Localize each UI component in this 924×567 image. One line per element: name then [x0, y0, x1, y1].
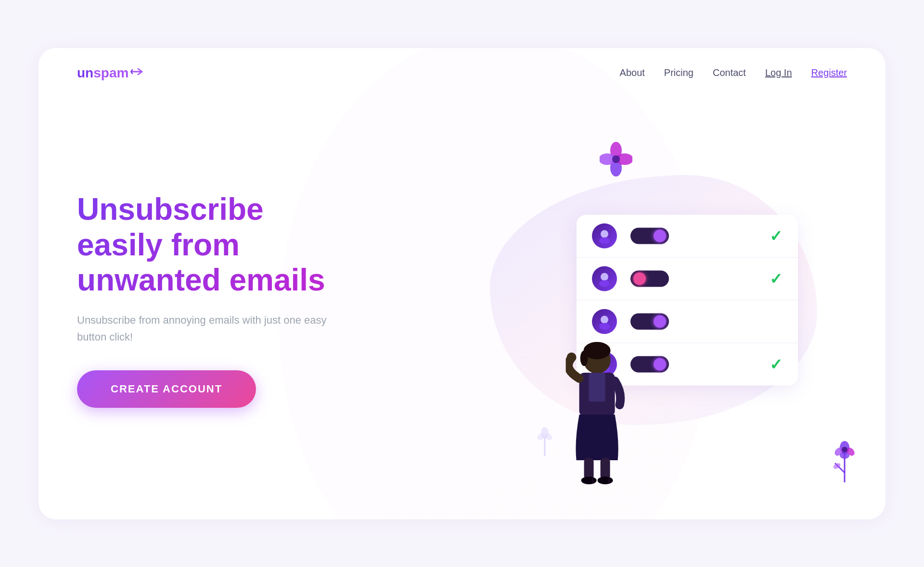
checkmark-2: ✓	[770, 271, 783, 286]
logo: unspam	[77, 65, 144, 81]
hero-subtitle: Unsubscribe from annoying emails with ju…	[77, 312, 327, 345]
hero-left-content: Unsubscribe easily from unwanted emails …	[77, 192, 327, 408]
svg-rect-21	[589, 373, 605, 402]
toggle-2[interactable]	[630, 270, 669, 287]
svg-point-35	[842, 447, 847, 453]
svg-point-9	[601, 230, 608, 238]
nav-links: About Pricing Contact Log In Register	[620, 67, 847, 78]
toggle-4[interactable]	[630, 356, 669, 372]
logo-text: unspam	[77, 65, 128, 81]
hero-title: Unsubscribe easily from unwanted emails	[77, 192, 327, 298]
nav-login[interactable]: Log In	[765, 67, 792, 78]
svg-rect-28	[608, 478, 610, 484]
checkmark-1: ✓	[770, 228, 783, 243]
panel-row-3: ✓	[577, 300, 798, 343]
flower-top-icon	[600, 142, 632, 178]
svg-point-25	[581, 477, 597, 484]
nav-contact[interactable]: Contact	[713, 67, 746, 78]
toggle-3[interactable]	[630, 313, 669, 329]
svg-point-13	[601, 315, 608, 323]
panel-row-1: ✓	[577, 214, 798, 257]
create-account-button[interactable]: CREATE ACCOUNT	[77, 370, 256, 408]
logo-un: un	[77, 65, 93, 80]
svg-point-12	[599, 280, 610, 287]
svg-point-34	[840, 452, 849, 459]
svg-point-26	[598, 477, 613, 484]
avatar-2	[592, 266, 617, 291]
nav-about[interactable]: About	[620, 67, 645, 78]
svg-point-4	[612, 155, 620, 163]
svg-point-22	[567, 353, 577, 362]
nav-pricing[interactable]: Pricing	[664, 67, 693, 78]
svg-point-11	[601, 273, 608, 280]
navbar: unspam About Pricing Contact Log In Regi…	[38, 48, 886, 81]
checkmark-4: ✓	[770, 356, 783, 372]
panel-row-2: ✓	[577, 257, 798, 300]
flower-bottom-left-icon	[536, 427, 553, 458]
avatar-3	[592, 309, 617, 334]
logo-spam: spam	[93, 65, 128, 80]
page-wrapper: unspam About Pricing Contact Log In Regi…	[0, 0, 924, 567]
logo-arrow-icon	[130, 67, 144, 78]
person-figure	[566, 340, 629, 484]
nav-register[interactable]: Register	[811, 67, 847, 78]
main-card: unspam About Pricing Contact Log In Regi…	[38, 48, 886, 519]
hero-illustration: ✓ ✓	[356, 81, 886, 519]
flower-bottom-right-icon	[830, 439, 859, 484]
toggle-1[interactable]	[630, 227, 669, 244]
svg-point-19	[580, 351, 588, 366]
svg-point-14	[599, 323, 610, 329]
svg-rect-27	[592, 478, 594, 484]
avatar-1	[592, 223, 617, 248]
svg-point-10	[599, 237, 610, 244]
hero-section: Unsubscribe easily from unwanted emails …	[38, 81, 886, 519]
